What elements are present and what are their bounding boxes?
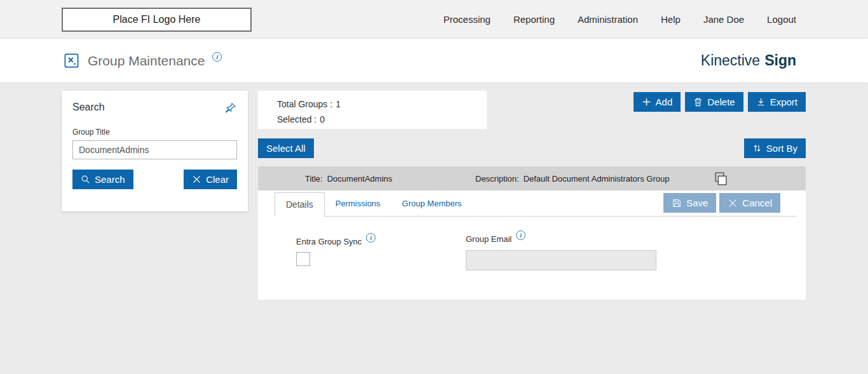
save-button-label: Save <box>686 197 708 208</box>
save-floppy-icon <box>672 198 682 208</box>
search-button[interactable]: Search <box>72 170 133 189</box>
nav-processing[interactable]: Processing <box>444 14 491 25</box>
x-icon <box>192 175 201 184</box>
page-title: Group Maintenance <box>88 53 205 69</box>
group-title-input[interactable] <box>72 140 237 159</box>
copy-icon[interactable] <box>713 171 729 187</box>
plus-icon <box>642 97 651 107</box>
group-row-description: Description:Default Document Administrat… <box>475 174 669 184</box>
group-email-input <box>466 250 656 270</box>
page-title-bar: Group Maintenance Kinective Sign <box>0 39 868 83</box>
delete-button[interactable]: Delete <box>685 92 743 112</box>
select-all-button[interactable]: Select All <box>258 138 314 158</box>
sort-by-button-label: Sort By <box>766 143 797 154</box>
x-icon <box>728 198 738 208</box>
brand-product: Sign <box>764 52 796 69</box>
select-all-button-label: Select All <box>266 143 306 154</box>
nav-user-jane-doe[interactable]: Jane Doe <box>703 14 744 25</box>
group-summary: Total Groups :1 Selected :0 <box>258 91 487 129</box>
pin-icon[interactable] <box>224 102 237 114</box>
fi-logo-text: Place FI Logo Here <box>113 14 201 25</box>
selected-label: Selected : <box>277 114 316 124</box>
details-tab-content: Entra Group Sync Group Email <box>258 217 806 299</box>
add-button[interactable]: Add <box>634 92 681 112</box>
search-panel: Search Group Title Search Clear <box>62 91 248 211</box>
group-row-description-label: Description: <box>475 174 519 184</box>
clear-button[interactable]: Clear <box>184 170 237 189</box>
selected-line: Selected :0 <box>277 112 468 127</box>
trash-icon <box>693 97 703 107</box>
entra-group-sync-checkbox[interactable] <box>296 252 310 266</box>
group-email-field: Group Email <box>466 233 656 270</box>
cancel-button-label: Cancel <box>742 197 772 208</box>
group-row-title: Title:DocumentAdmins <box>305 174 392 184</box>
group-title-label: Group Title <box>72 128 237 137</box>
nav-administration[interactable]: Administration <box>578 14 638 25</box>
detail-tabs: Details Permissions Group Members Save C… <box>275 190 796 217</box>
search-button-label: Search <box>95 174 125 185</box>
selected-value: 0 <box>320 114 325 124</box>
top-nav: Processing Reporting Administration Help… <box>444 0 796 39</box>
nav-reporting[interactable]: Reporting <box>513 14 555 25</box>
entra-group-sync-field: Entra Group Sync <box>296 236 376 266</box>
group-row-title-label: Title: <box>305 174 323 184</box>
group-row-description-value: Default Document Administrators Group <box>524 174 670 184</box>
detail-tab-actions: Save Cancel <box>663 193 780 213</box>
export-button-label: Export <box>770 97 797 107</box>
tab-group-members[interactable]: Group Members <box>391 191 473 216</box>
save-button[interactable]: Save <box>663 193 716 213</box>
nav-logout[interactable]: Logout <box>767 14 796 25</box>
page-title-info-icon[interactable] <box>212 52 222 62</box>
entra-group-sync-label: Entra Group Sync <box>296 237 362 246</box>
tab-details[interactable]: Details <box>275 192 325 217</box>
search-panel-title: Search <box>72 102 105 113</box>
top-header-bar: Place FI Logo Here Processing Reporting … <box>0 0 868 39</box>
group-row[interactable]: Title:DocumentAdmins Description:Default… <box>258 166 806 190</box>
download-icon <box>756 97 766 107</box>
entra-sync-info-icon[interactable] <box>366 233 376 243</box>
clear-button-label: Clear <box>206 174 229 185</box>
total-groups-value: 1 <box>336 99 341 109</box>
search-icon <box>81 175 90 184</box>
nav-help[interactable]: Help <box>661 14 681 25</box>
fi-logo-placeholder: Place FI Logo Here <box>62 8 252 32</box>
group-email-info-icon[interactable] <box>516 230 526 240</box>
group-row-title-value: DocumentAdmins <box>327 174 393 184</box>
total-groups-label: Total Groups : <box>277 99 332 109</box>
sort-arrows-icon <box>752 144 762 153</box>
group-email-label: Group Email <box>466 234 512 244</box>
group-actions-toolbar: Add Delete Export <box>634 92 806 112</box>
add-button-label: Add <box>656 97 673 107</box>
export-button[interactable]: Export <box>748 92 806 112</box>
group-maintenance-icon <box>63 52 80 69</box>
group-detail-panel: Details Permissions Group Members Save C… <box>258 190 806 300</box>
cancel-button[interactable]: Cancel <box>719 193 780 213</box>
brand-logo: Kinective Sign <box>701 39 796 83</box>
tab-permissions[interactable]: Permissions <box>325 191 391 216</box>
brand-name: Kinective <box>701 52 760 69</box>
delete-button-label: Delete <box>707 97 735 107</box>
sort-by-button[interactable]: Sort By <box>744 138 806 158</box>
total-groups-line: Total Groups :1 <box>277 97 468 112</box>
